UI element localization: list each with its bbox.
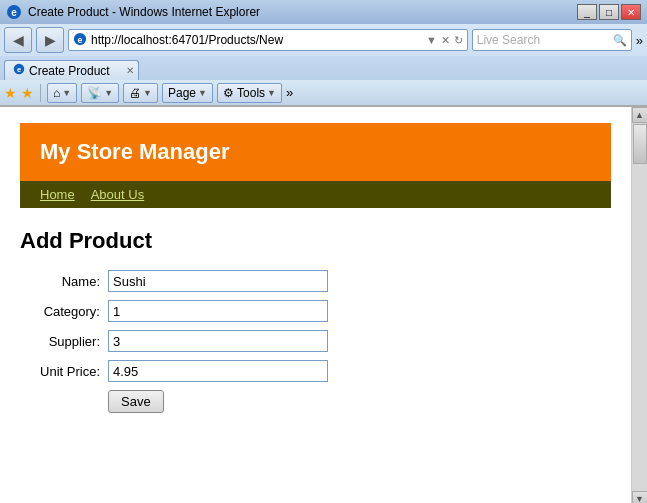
page-heading: Add Product: [20, 228, 611, 254]
site-title: My Store Manager: [40, 139, 230, 164]
search-bar[interactable]: Live Search 🔍: [472, 29, 632, 51]
scrollbar-thumb[interactable]: [633, 124, 647, 164]
tools-arrow-icon: ▼: [267, 88, 276, 98]
tools-label: ⚙ Tools: [223, 86, 265, 100]
tools-button[interactable]: ⚙ Tools ▼: [217, 83, 282, 103]
scroll-down-icon: ▼: [635, 494, 644, 503]
home-arrow-icon: ▼: [62, 88, 71, 98]
search-placeholder: Live Search: [477, 33, 609, 47]
scroll-up-button[interactable]: ▲: [632, 107, 648, 123]
site-header: My Store Manager: [20, 123, 611, 181]
browser-icon: e: [6, 4, 22, 20]
svg-text:e: e: [78, 34, 83, 44]
name-row: Name:: [20, 270, 611, 292]
add-product-form: Name: Category: Supplier: Unit Price: Sa…: [20, 270, 611, 413]
toolbar-bar: ★ ★ ⌂ ▼ 📡 ▼ 🖨 ▼ Page ▼ ⚙ Tools ▼ »: [0, 80, 647, 106]
tab-label: Create Product: [29, 64, 110, 78]
ie-icon-small: e: [73, 32, 87, 49]
favorites-star-icon[interactable]: ★: [4, 85, 17, 101]
tab-ie-icon: e: [13, 63, 25, 78]
nav-extra-icon: »: [636, 33, 643, 48]
feeds-arrow-icon: ▼: [104, 88, 113, 98]
page-button[interactable]: Page ▼: [162, 83, 213, 103]
feeds-button[interactable]: 📡 ▼: [81, 83, 119, 103]
page-arrow-icon: ▼: [198, 88, 207, 98]
scrollbar-track[interactable]: [632, 123, 648, 491]
nav-about-link[interactable]: About Us: [91, 187, 144, 202]
supplier-label: Supplier:: [20, 334, 100, 349]
title-bar: e Create Product - Windows Internet Expl…: [0, 0, 647, 24]
category-row: Category:: [20, 300, 611, 322]
print-button[interactable]: 🖨 ▼: [123, 83, 158, 103]
svg-text:e: e: [11, 7, 17, 18]
name-label: Name:: [20, 274, 100, 289]
add-favorites-icon[interactable]: ★: [21, 85, 34, 101]
close-button[interactable]: ✕: [621, 4, 641, 20]
browser-tab[interactable]: e Create Product ✕: [4, 60, 139, 80]
forward-button[interactable]: ▶: [36, 27, 64, 53]
maximize-button[interactable]: □: [599, 4, 619, 20]
forward-icon: ▶: [45, 32, 56, 48]
search-icon[interactable]: 🔍: [613, 34, 627, 47]
browser-content-wrapper: My Store Manager Home About Us Add Produ…: [0, 107, 647, 503]
page-label: Page: [168, 86, 196, 100]
refresh-icon[interactable]: ↻: [454, 34, 463, 47]
toolbar-separator: [40, 84, 41, 102]
scroll-down-button[interactable]: ▼: [632, 491, 648, 503]
category-field[interactable]: [108, 300, 328, 322]
address-bar[interactable]: e http://localhost:64701/Products/New ▼ …: [68, 29, 468, 51]
save-button[interactable]: Save: [108, 390, 164, 413]
feeds-icon: 📡: [87, 86, 102, 100]
toolbar-extra-icon: »: [286, 85, 293, 100]
supplier-row: Supplier:: [20, 330, 611, 352]
unit-price-label: Unit Price:: [20, 364, 100, 379]
scrollbar: ▲ ▼: [631, 107, 647, 503]
supplier-field[interactable]: [108, 330, 328, 352]
home-icon: ⌂: [53, 86, 60, 100]
tab-bar: e Create Product ✕: [0, 56, 647, 80]
dropdown-arrow-icon[interactable]: ▼: [426, 34, 437, 46]
unit-price-field[interactable]: [108, 360, 328, 382]
navigation-bar: ◀ ▶ e http://localhost:64701/Products/Ne…: [0, 24, 647, 56]
tab-close-icon[interactable]: ✕: [126, 65, 134, 76]
browser-content: My Store Manager Home About Us Add Produ…: [0, 107, 631, 503]
home-button[interactable]: ⌂ ▼: [47, 83, 77, 103]
category-label: Category:: [20, 304, 100, 319]
minimize-button[interactable]: _: [577, 4, 597, 20]
window-title: Create Product - Windows Internet Explor…: [28, 5, 571, 19]
address-text: http://localhost:64701/Products/New: [91, 33, 422, 47]
print-icon: 🖨: [129, 86, 141, 100]
unit-price-row: Unit Price:: [20, 360, 611, 382]
browser-chrome: e Create Product - Windows Internet Expl…: [0, 0, 647, 107]
window-controls: _ □ ✕: [577, 4, 641, 20]
name-field[interactable]: [108, 270, 328, 292]
nav-home-link[interactable]: Home: [40, 187, 75, 202]
back-icon: ◀: [13, 32, 24, 48]
scroll-up-icon: ▲: [635, 110, 644, 120]
print-arrow-icon: ▼: [143, 88, 152, 98]
back-button[interactable]: ◀: [4, 27, 32, 53]
stop-icon[interactable]: ✕: [441, 34, 450, 47]
svg-text:e: e: [17, 65, 21, 74]
site-nav: Home About Us: [20, 181, 611, 208]
